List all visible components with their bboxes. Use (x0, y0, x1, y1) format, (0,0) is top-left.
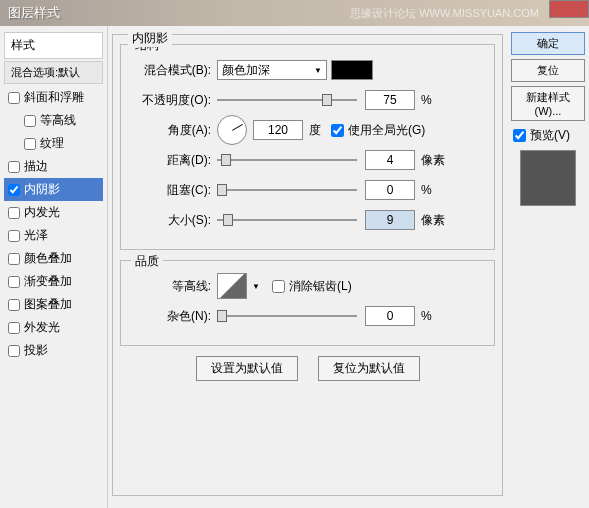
style-item-checkbox[interactable] (8, 345, 20, 357)
styles-list-panel: 样式 混合选项:默认 斜面和浮雕等高线纹理描边内阴影内发光光泽颜色叠加渐变叠加图… (0, 26, 108, 508)
style-item[interactable]: 渐变叠加 (4, 270, 103, 293)
style-item-label: 渐变叠加 (24, 273, 72, 290)
style-item[interactable]: 颜色叠加 (4, 247, 103, 270)
distance-input[interactable] (365, 150, 415, 170)
dialog-title: 图层样式 (8, 4, 60, 22)
style-item-label: 图案叠加 (24, 296, 72, 313)
style-item[interactable]: 内阴影 (4, 178, 103, 201)
action-panel: 确定 复位 新建样式(W)... 预览(V) (507, 26, 589, 508)
style-item[interactable]: 外发光 (4, 316, 103, 339)
style-item-label: 内阴影 (24, 181, 60, 198)
style-item-label: 等高线 (40, 112, 76, 129)
style-item-checkbox[interactable] (8, 230, 20, 242)
style-item[interactable]: 纹理 (4, 132, 103, 155)
quality-group: 品质 等高线: ▼ 消除锯齿(L) 杂色(N): % (120, 260, 495, 346)
reset-default-button[interactable]: 复位为默认值 (318, 356, 420, 381)
style-item[interactable]: 斜面和浮雕 (4, 86, 103, 109)
antialias-label: 消除锯齿(L) (289, 278, 352, 295)
watermark-text: 思缘设计论坛 WWW.MISSYUAN.COM (350, 6, 539, 21)
effect-settings-panel: 内阴影 结构 混合模式(B): 颜色加深 不透明度(O): % 角度(A): 度 (108, 26, 507, 508)
antialias-checkbox[interactable] (272, 280, 285, 293)
angle-input[interactable] (253, 120, 303, 140)
style-item-label: 内发光 (24, 204, 60, 221)
noise-input[interactable] (365, 306, 415, 326)
dialog-body: 样式 混合选项:默认 斜面和浮雕等高线纹理描边内阴影内发光光泽颜色叠加渐变叠加图… (0, 26, 589, 508)
distance-unit: 像素 (421, 152, 445, 169)
global-light-checkbox[interactable] (331, 124, 344, 137)
angle-dial[interactable] (217, 115, 247, 145)
style-item-label: 外发光 (24, 319, 60, 336)
opacity-label: 不透明度(O): (131, 92, 211, 109)
style-item-label: 颜色叠加 (24, 250, 72, 267)
distance-label: 距离(D): (131, 152, 211, 169)
close-button[interactable] (549, 0, 589, 18)
style-item-checkbox[interactable] (8, 184, 20, 196)
global-light-label: 使用全局光(G) (348, 122, 425, 139)
contour-picker[interactable] (217, 273, 247, 299)
preview-swatch (520, 150, 576, 206)
style-item[interactable]: 等高线 (4, 109, 103, 132)
style-item-checkbox[interactable] (24, 138, 36, 150)
style-item-checkbox[interactable] (8, 299, 20, 311)
style-item[interactable]: 描边 (4, 155, 103, 178)
angle-unit: 度 (309, 122, 321, 139)
style-item-label: 光泽 (24, 227, 48, 244)
style-item-checkbox[interactable] (8, 207, 20, 219)
style-item-checkbox[interactable] (24, 115, 36, 127)
style-item-label: 投影 (24, 342, 48, 359)
style-item-checkbox[interactable] (8, 276, 20, 288)
style-item-label: 纹理 (40, 135, 64, 152)
noise-slider[interactable] (217, 307, 357, 325)
size-input[interactable] (365, 210, 415, 230)
noise-unit: % (421, 309, 432, 323)
choke-input[interactable] (365, 180, 415, 200)
preview-label: 预览(V) (530, 127, 570, 144)
preview-checkbox[interactable] (513, 129, 526, 142)
opacity-input[interactable] (365, 90, 415, 110)
style-item-checkbox[interactable] (8, 92, 20, 104)
choke-slider[interactable] (217, 181, 357, 199)
style-item[interactable]: 内发光 (4, 201, 103, 224)
size-unit: 像素 (421, 212, 445, 229)
ok-button[interactable]: 确定 (511, 32, 585, 55)
blend-mode-label: 混合模式(B): (131, 62, 211, 79)
size-slider[interactable] (217, 211, 357, 229)
cancel-button[interactable]: 复位 (511, 59, 585, 82)
style-item-label: 描边 (24, 158, 48, 175)
style-item-checkbox[interactable] (8, 322, 20, 334)
quality-title: 品质 (131, 253, 163, 270)
style-item-checkbox[interactable] (8, 161, 20, 173)
blend-mode-dropdown[interactable]: 颜色加深 (217, 60, 327, 80)
contour-dropdown-arrow[interactable]: ▼ (250, 282, 262, 291)
noise-label: 杂色(N): (131, 308, 211, 325)
effect-title: 内阴影 (128, 30, 172, 47)
set-default-button[interactable]: 设置为默认值 (196, 356, 298, 381)
style-item-checkbox[interactable] (8, 253, 20, 265)
new-style-button[interactable]: 新建样式(W)... (511, 86, 585, 121)
contour-label: 等高线: (131, 278, 211, 295)
style-item-label: 斜面和浮雕 (24, 89, 84, 106)
style-item[interactable]: 投影 (4, 339, 103, 362)
choke-unit: % (421, 183, 432, 197)
structure-group: 结构 混合模式(B): 颜色加深 不透明度(O): % 角度(A): 度 使用全… (120, 44, 495, 250)
styles-header[interactable]: 样式 (4, 32, 103, 59)
opacity-slider[interactable] (217, 91, 357, 109)
size-label: 大小(S): (131, 212, 211, 229)
style-item[interactable]: 光泽 (4, 224, 103, 247)
distance-slider[interactable] (217, 151, 357, 169)
blend-options-item[interactable]: 混合选项:默认 (4, 61, 103, 84)
choke-label: 阻塞(C): (131, 182, 211, 199)
titlebar: 图层样式 思缘设计论坛 WWW.MISSYUAN.COM (0, 0, 589, 26)
shadow-color-swatch[interactable] (331, 60, 373, 80)
opacity-unit: % (421, 93, 432, 107)
style-item[interactable]: 图案叠加 (4, 293, 103, 316)
angle-label: 角度(A): (131, 122, 211, 139)
